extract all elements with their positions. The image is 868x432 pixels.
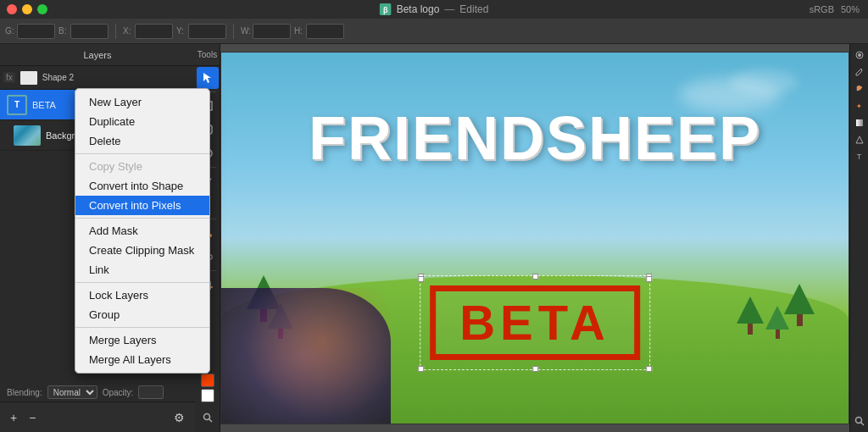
menu-divider-4 bbox=[75, 327, 209, 328]
toolbar-separator-1 bbox=[115, 24, 116, 39]
toolbar-separator-2 bbox=[233, 24, 234, 39]
menu-convert-shape[interactable]: Convert into Shape bbox=[75, 176, 209, 196]
g-input[interactable] bbox=[17, 24, 55, 39]
artwork: FRIENDSHEEP BETA bbox=[220, 52, 849, 424]
type-icon: T bbox=[857, 152, 862, 161]
menu-duplicate[interactable]: Duplicate bbox=[75, 112, 209, 131]
w-input[interactable] bbox=[253, 24, 291, 39]
svg-line-15 bbox=[860, 423, 864, 426]
menu-link[interactable]: Link bbox=[75, 260, 209, 280]
minimize-button[interactable] bbox=[22, 4, 32, 14]
layers-title: Layers bbox=[83, 50, 111, 60]
menu-delete[interactable]: Delete bbox=[75, 131, 209, 151]
menu-lock-layers[interactable]: Lock Layers bbox=[75, 285, 209, 305]
background-color-swatch[interactable] bbox=[201, 389, 214, 402]
h-input[interactable] bbox=[306, 24, 344, 39]
h-label: H: bbox=[294, 26, 304, 36]
window-title: β Beta logo — Edited bbox=[380, 3, 489, 15]
menu-group[interactable]: Group bbox=[75, 305, 209, 324]
friendsheep-text: FRIENDSHEEP bbox=[221, 103, 849, 173]
fill-icon bbox=[855, 85, 864, 93]
eyedropper-icon bbox=[855, 68, 864, 76]
tool-search[interactable] bbox=[197, 407, 219, 429]
title-bar-right: sRGB 50% bbox=[810, 4, 868, 14]
tree-right-3 bbox=[737, 296, 764, 335]
menu-convert-pixels[interactable]: Convert into Pixels bbox=[75, 196, 209, 215]
panel-bottom: + − ⚙ bbox=[0, 402, 195, 432]
blending-label: Blending: bbox=[7, 388, 42, 397]
remove-layer-button[interactable]: − bbox=[25, 409, 39, 426]
right-search-button[interactable] bbox=[852, 413, 867, 429]
right-tools-strip: ✦ T bbox=[849, 44, 868, 432]
right-tool-1[interactable] bbox=[852, 47, 867, 63]
g-label: G: bbox=[5, 26, 15, 36]
toolbar-w-field: W: bbox=[241, 24, 291, 39]
svg-marker-2 bbox=[203, 73, 211, 83]
tools-header: Tools bbox=[195, 44, 220, 66]
opacity-input[interactable] bbox=[138, 385, 164, 399]
menu-new-layer[interactable]: New Layer bbox=[75, 92, 209, 112]
menu-copy-style: Copy Style bbox=[75, 157, 209, 176]
svg-marker-13 bbox=[856, 136, 863, 143]
brush-icon bbox=[854, 50, 865, 60]
add-layer-button[interactable]: + bbox=[7, 409, 20, 426]
canvas-area[interactable]: FRIENDSHEEP BETA bbox=[220, 44, 849, 432]
nebula-bg bbox=[221, 288, 391, 424]
toolbar-h-field: H: bbox=[294, 24, 344, 39]
opacity-label: Opacity: bbox=[103, 388, 134, 397]
svg-text:β: β bbox=[383, 6, 388, 14]
layer-thumb-text: T bbox=[7, 95, 27, 115]
tool-select[interactable] bbox=[197, 67, 219, 89]
smudge-icon: ✦ bbox=[856, 102, 862, 110]
toolbar-b-field: B: bbox=[58, 24, 108, 39]
cloud-2 bbox=[730, 69, 798, 95]
menu-merge-all[interactable]: Merge All Layers bbox=[75, 350, 209, 369]
zoom-label: 50% bbox=[841, 4, 860, 14]
fx-badge: fx bbox=[3, 72, 15, 83]
right-tool-3[interactable] bbox=[852, 81, 867, 97]
color-swatches-area bbox=[201, 374, 214, 402]
gradient-icon bbox=[855, 119, 864, 127]
w-label: W: bbox=[241, 26, 251, 36]
menu-create-clipping[interactable]: Create Clipping Mask bbox=[75, 241, 209, 260]
srgb-label: sRGB bbox=[810, 4, 834, 14]
selection-dashes bbox=[420, 275, 650, 370]
svg-line-9 bbox=[209, 419, 212, 423]
shape-name: Shape 2 bbox=[42, 73, 74, 82]
b-label: B: bbox=[58, 26, 69, 36]
title-separator: — bbox=[444, 3, 454, 15]
b-input[interactable] bbox=[70, 24, 108, 39]
blending-mode-select[interactable]: Normal bbox=[47, 385, 97, 399]
search-icon bbox=[203, 413, 213, 423]
title-bar: β Beta logo — Edited sRGB 50% bbox=[0, 0, 868, 19]
shape-area: fx Shape 2 bbox=[0, 66, 195, 90]
menu-add-mask[interactable]: Add Mask bbox=[75, 221, 209, 241]
right-tool-7[interactable]: T bbox=[852, 149, 867, 164]
svg-point-8 bbox=[203, 414, 209, 420]
blending-row: Blending: Normal Opacity: bbox=[0, 383, 195, 402]
layers-settings-button[interactable]: ⚙ bbox=[170, 409, 188, 426]
foreground-color-swatch[interactable] bbox=[201, 374, 214, 387]
menu-divider-3 bbox=[75, 282, 209, 283]
traffic-lights bbox=[0, 4, 47, 14]
handle-bl bbox=[418, 366, 424, 372]
y-label: Y: bbox=[176, 26, 186, 36]
beta-stamp-container: BETA bbox=[430, 285, 640, 360]
magnify-icon bbox=[854, 416, 865, 426]
right-tool-5[interactable] bbox=[852, 115, 867, 130]
handle-ml bbox=[418, 276, 424, 282]
menu-merge-layers[interactable]: Merge Layers bbox=[75, 330, 209, 350]
menu-divider-2 bbox=[75, 218, 209, 219]
handle-br bbox=[646, 366, 652, 372]
right-tool-4[interactable]: ✦ bbox=[852, 98, 867, 114]
y-input[interactable] bbox=[188, 24, 226, 39]
right-tool-6[interactable] bbox=[852, 132, 867, 147]
toolbar: G: B: X: Y: W: H: bbox=[0, 19, 868, 44]
right-tool-2[interactable] bbox=[852, 64, 867, 80]
context-menu: New Layer Duplicate Delete Copy Style Co… bbox=[75, 88, 210, 374]
x-input[interactable] bbox=[135, 24, 173, 39]
maximize-button[interactable] bbox=[37, 4, 47, 14]
close-button[interactable] bbox=[7, 4, 17, 14]
tools-title: Tools bbox=[198, 50, 217, 59]
select-icon bbox=[202, 72, 214, 84]
